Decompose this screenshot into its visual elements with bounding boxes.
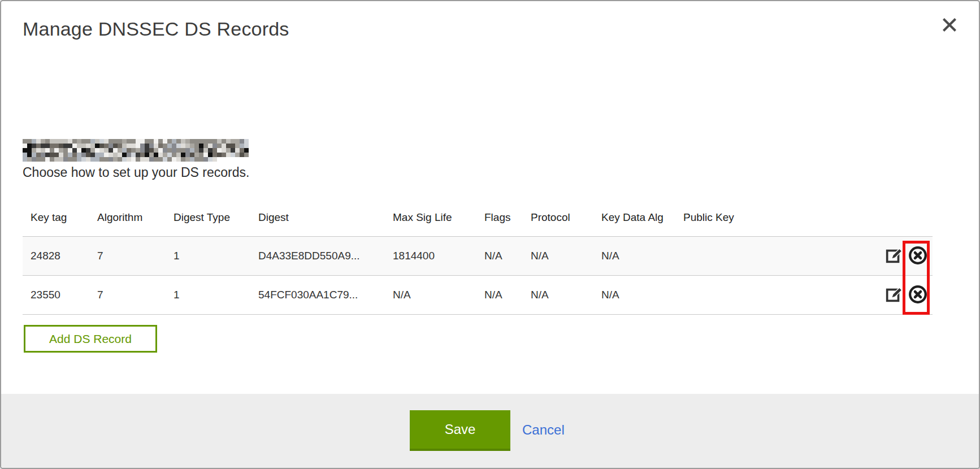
cell-key-data-alg: N/A xyxy=(593,237,675,276)
col-key-tag: Key tag xyxy=(23,206,89,237)
cell-digest-type: 1 xyxy=(166,276,250,315)
col-flags: Flags xyxy=(476,206,523,237)
cell-algorithm: 7 xyxy=(89,237,166,276)
col-algorithm: Algorithm xyxy=(89,206,166,237)
edit-icon xyxy=(884,258,903,267)
cell-key-tag: 24828 xyxy=(23,237,89,276)
edit-record-button[interactable] xyxy=(884,285,903,306)
col-protocol: Protocol xyxy=(523,206,593,237)
cell-digest: 54FCF030AA1C79... xyxy=(250,276,385,315)
col-actions xyxy=(873,206,933,237)
cell-key-data-alg: N/A xyxy=(593,276,675,315)
ds-records-table: Key tag Algorithm Digest Type Digest Max… xyxy=(23,206,933,315)
cell-digest-type: 1 xyxy=(166,237,250,276)
delete-icon xyxy=(908,298,928,306)
cell-protocol: N/A xyxy=(523,276,593,315)
close-button[interactable] xyxy=(940,16,959,34)
add-ds-record-button[interactable]: Add DS Record xyxy=(24,325,157,353)
cell-max-sig-life: N/A xyxy=(385,276,476,315)
cell-flags: N/A xyxy=(476,276,523,315)
save-button[interactable]: Save xyxy=(410,410,510,451)
instruction-text: Choose how to set up your DS records. xyxy=(23,165,249,180)
table-row: 24828 7 1 D4A33E8DD550A9... 1814400 N/A … xyxy=(23,237,933,276)
redacted-domain-name xyxy=(23,139,249,162)
edit-record-button[interactable] xyxy=(884,246,903,267)
delete-record-button[interactable] xyxy=(908,245,928,267)
cell-protocol: N/A xyxy=(523,237,593,276)
cell-max-sig-life: 1814400 xyxy=(385,237,476,276)
delete-icon xyxy=(908,259,928,267)
table-header-row: Key tag Algorithm Digest Type Digest Max… xyxy=(23,206,933,237)
col-public-key: Public Key xyxy=(675,206,873,237)
cell-digest: D4A33E8DD550A9... xyxy=(250,237,385,276)
dialog-footer: Save Cancel xyxy=(1,394,979,468)
delete-record-button[interactable] xyxy=(908,284,928,306)
cell-key-tag: 23550 xyxy=(23,276,89,315)
col-key-data-alg: Key Data Alg xyxy=(593,206,675,237)
cell-public-key xyxy=(675,237,873,276)
col-digest-type: Digest Type xyxy=(166,206,250,237)
col-digest: Digest xyxy=(250,206,385,237)
manage-dnssec-dialog: Manage DNSSEC DS Records Choose how to s… xyxy=(0,0,980,469)
cell-public-key xyxy=(675,276,873,315)
cancel-link[interactable]: Cancel xyxy=(522,422,565,438)
dialog-title: Manage DNSSEC DS Records xyxy=(23,18,289,40)
col-max-sig-life: Max Sig Life xyxy=(385,206,476,237)
cell-flags: N/A xyxy=(476,237,523,276)
cell-algorithm: 7 xyxy=(89,276,166,315)
edit-icon xyxy=(884,297,903,306)
table-row: 23550 7 1 54FCF030AA1C79... N/A N/A N/A … xyxy=(23,276,933,315)
close-icon xyxy=(940,27,959,36)
